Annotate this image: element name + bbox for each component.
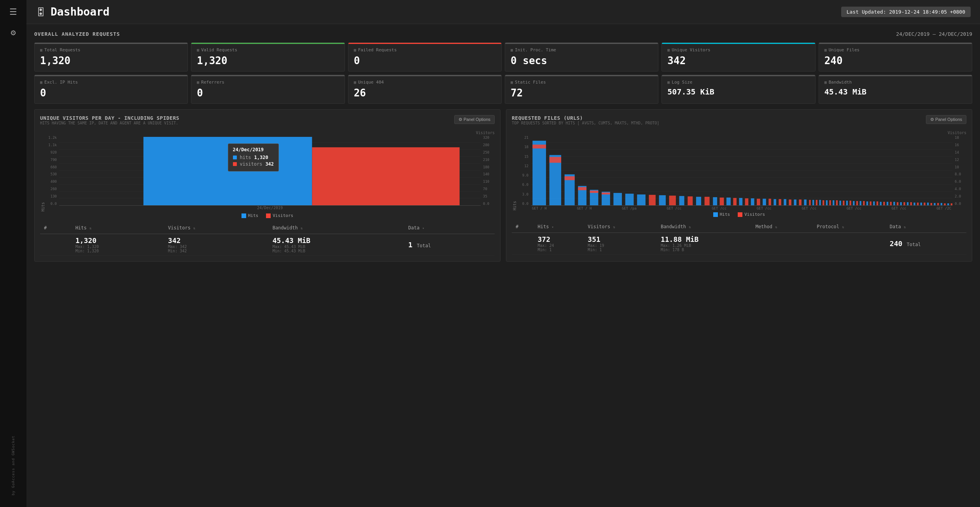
svg-rect-88 — [900, 202, 902, 205]
row-data: 1 Total — [404, 234, 495, 256]
col-hits[interactable]: Hits ⇅ — [72, 222, 164, 234]
svg-rect-84 — [887, 202, 888, 205]
files-col-bandwidth[interactable]: Bandwidth ⇅ — [657, 221, 752, 233]
files-table-header-row: # Hits ▾ Visitors ⇅ Bandwidth ⇅ Method ⇅… — [512, 221, 966, 233]
files-row-method — [752, 233, 813, 255]
files-col-data[interactable]: Data ⇅ — [886, 221, 966, 233]
col-hash[interactable]: # — [40, 222, 72, 234]
files-row-bandwidth: 11.88 MiB Max: 1.26 MiB Min: 178 B — [657, 233, 752, 255]
svg-rect-31 — [590, 191, 598, 193]
stat-unique-files: ▦ Unique Files 240 — [819, 42, 972, 72]
stat-failed-requests: ▦ Failed Requests 0 — [348, 42, 502, 72]
col-bandwidth[interactable]: Bandwidth ⇅ — [269, 222, 404, 234]
stat-value-failed: 0 — [354, 55, 496, 66]
visitors-table-header-row: # Hits ⇅ Visitors ⇅ Bandwidth ⇅ Data ▾ — [40, 222, 495, 234]
bar-chart-icon-valid: ▦ — [197, 48, 199, 52]
svg-rect-34 — [613, 193, 622, 205]
svg-rect-74 — [853, 201, 854, 205]
svg-rect-52 — [763, 199, 766, 205]
hamburger-icon[interactable]: ☰ — [9, 7, 17, 17]
files-legend-hits: Hits — [713, 212, 730, 217]
visitors-y-axis-label: Hits — [40, 131, 45, 212]
sidebar: ☰ ⚙ by GoAccess and GWSocket — [0, 0, 26, 507]
svg-rect-36 — [637, 194, 646, 205]
svg-rect-97 — [931, 203, 932, 205]
stat-init-proc-time: ▦ Init. Proc. Time 0 secs — [505, 42, 658, 72]
svg-rect-11 — [242, 213, 246, 218]
svg-rect-87 — [897, 202, 898, 205]
visitors-legend: Hits Visitors — [40, 213, 495, 218]
stats-row-2: ▦ Excl. IP Hits 0 ▦ Referrers 0 ▦ Unique… — [34, 75, 972, 104]
files-panel-title: REQUESTED FILES (URLS) — [512, 115, 659, 121]
files-visitors-label: Visitors — [948, 131, 966, 135]
gear-icon[interactable]: ⚙ — [10, 28, 16, 37]
col-data[interactable]: Data ▾ — [404, 222, 495, 234]
svg-rect-80 — [873, 201, 875, 205]
bar-chart-icon-bw: ▦ — [824, 80, 827, 84]
visitors-table: # Hits ⇅ Visitors ⇅ Bandwidth ⇅ Data ▾ 1… — [40, 222, 495, 256]
visitors-panel-subtitle: HITS HAVING THE SAME IP, DATE AND AGENT … — [40, 121, 179, 125]
svg-rect-41 — [688, 196, 693, 205]
bar-chart-icon-log: ▦ — [667, 80, 670, 84]
col-visitors[interactable]: Visitors ⇅ — [164, 222, 269, 234]
stat-value-files: 240 — [824, 55, 966, 66]
files-row-data: 240 Total — [886, 233, 966, 255]
stat-static-files: ▦ Static Files 72 — [505, 75, 658, 104]
stat-value-static: 72 — [511, 87, 653, 99]
tooltip-visitors-label: visitors — [240, 161, 262, 167]
stat-value-bw: 45.43 MiB — [824, 87, 966, 96]
svg-rect-27 — [565, 176, 575, 180]
svg-rect-99 — [937, 203, 939, 205]
svg-rect-104 — [713, 212, 718, 217]
files-x-labels: GET / HGET / HGET /paGET /ccGET /ccGET /… — [517, 206, 966, 210]
files-col-visitors[interactable]: Visitors ⇅ — [584, 221, 657, 233]
files-legend-hits-label: Hits — [720, 212, 730, 217]
svg-rect-73 — [850, 201, 851, 205]
row-bandwidth: 45.43 MiB Max: 45.43 MiB Min: 45.43 MiB — [269, 234, 404, 256]
svg-rect-82 — [880, 202, 882, 205]
tooltip-hits-label: hits — [240, 155, 251, 160]
files-row-protocol — [813, 233, 886, 255]
visitors-chart-content: 24/Dec/2019 hits 1,320 visitors — [59, 136, 481, 206]
svg-rect-92 — [914, 203, 915, 205]
visitors-panel-options-btn[interactable]: ⚙ Panel Options — [454, 115, 495, 124]
svg-rect-29 — [578, 187, 586, 190]
svg-rect-47 — [733, 198, 737, 205]
svg-rect-56 — [784, 199, 786, 205]
tooltip-date: 24/Dec/2019 — [233, 147, 274, 152]
files-panel-options-btn[interactable]: ⚙ Panel Options — [926, 115, 966, 124]
files-col-hits[interactable]: Hits ▾ — [534, 221, 584, 233]
svg-rect-75 — [856, 201, 858, 205]
svg-rect-25 — [550, 157, 561, 163]
svg-rect-39 — [669, 196, 676, 205]
svg-rect-63 — [816, 200, 817, 205]
stat-referrers: ▦ Referrers 0 — [191, 75, 345, 104]
legend-visitors: Visitors — [266, 213, 293, 218]
bar-chart-icon-404: ▦ — [354, 80, 356, 84]
svg-rect-72 — [846, 201, 848, 205]
dashboard-icon: 🎛 — [36, 6, 46, 18]
files-col-method[interactable]: Method ⇅ — [752, 221, 813, 233]
svg-rect-50 — [751, 198, 754, 205]
visitors-x-label: 24/Dec/2019 — [45, 206, 495, 210]
svg-rect-43 — [705, 197, 710, 205]
files-col-hash[interactable]: # — [512, 221, 534, 233]
overall-title: OVERALL ANALYZED REQUESTS — [34, 31, 120, 37]
files-col-protocol[interactable]: Protocol ⇅ — [813, 221, 886, 233]
stat-unique-404: ▦ Unique 404 26 — [348, 75, 502, 104]
svg-rect-54 — [774, 199, 776, 205]
tooltip-visitors-dot — [233, 162, 237, 166]
files-legend-visitors-icon — [738, 212, 742, 217]
svg-rect-44 — [713, 197, 717, 205]
svg-rect-60 — [804, 199, 807, 205]
content-area: OVERALL ANALYZED REQUESTS 24/DEC/2019 — … — [26, 24, 980, 507]
files-y-left: 211815129.06.03.00.0 — [517, 136, 531, 206]
svg-rect-95 — [924, 203, 925, 205]
files-legend-hits-icon — [713, 212, 718, 217]
files-chart-area: 211815129.06.03.00.0 — [517, 136, 966, 206]
stat-unique-visitors: ▦ Unique Visitors 342 — [662, 42, 815, 72]
svg-rect-51 — [757, 199, 760, 205]
files-table-row: 372 Max: 24 Min: 1 351 Max: 19 Min: 1 11… — [512, 233, 966, 255]
svg-rect-67 — [829, 200, 831, 205]
visitors-tooltip: 24/Dec/2019 hits 1,320 visitors — [228, 143, 279, 171]
